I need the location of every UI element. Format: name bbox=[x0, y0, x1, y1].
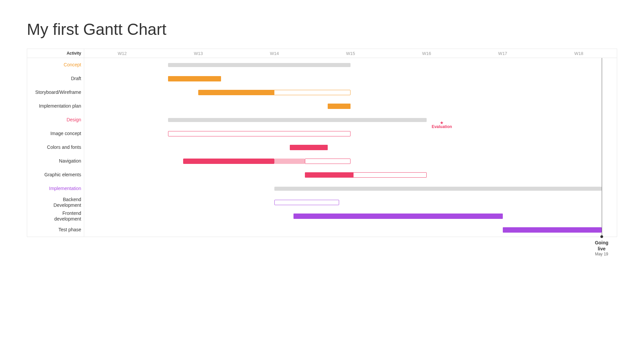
row-label-testphase: Test phase bbox=[27, 223, 84, 237]
row-label-design: Design bbox=[27, 113, 84, 127]
chart-row-frontend bbox=[84, 209, 617, 223]
chart-area: ★EvaluationGoing liveMay 19 bbox=[84, 58, 617, 237]
bar-frontend bbox=[293, 214, 503, 219]
bar-testphase bbox=[503, 227, 602, 233]
row-label-concept: Concept bbox=[27, 58, 84, 72]
bar-colorsfonts bbox=[290, 145, 328, 150]
week-tick: W18 bbox=[541, 49, 617, 58]
row-label-imgconcept: Image concept bbox=[27, 127, 84, 140]
gantt-chart: Activity W12W13W14W15W16W17W18 ConceptDr… bbox=[27, 49, 617, 237]
bar-design bbox=[168, 118, 427, 122]
chart-row-backend bbox=[84, 195, 617, 209]
bar-storyboard bbox=[198, 90, 351, 95]
row-label-impl: Implementation bbox=[27, 182, 84, 195]
row-label-colorsfonts: Colors and fonts bbox=[27, 140, 84, 154]
week-tick: W17 bbox=[465, 49, 541, 58]
gantt-body: ConceptDraftStoryboard/WireframeImplemen… bbox=[27, 58, 617, 237]
bar-concept bbox=[168, 63, 351, 67]
row-label-implplan: Implementation plan bbox=[27, 99, 84, 113]
chart-row-colorsfonts bbox=[84, 140, 617, 154]
chart-row-storyboard bbox=[84, 85, 617, 99]
chart-row-impl bbox=[84, 182, 617, 195]
activity-column-header: Activity bbox=[27, 49, 84, 58]
week-tick: W13 bbox=[160, 49, 236, 58]
chart-row-design bbox=[84, 113, 617, 127]
bar-backend bbox=[274, 200, 339, 205]
bar-draft bbox=[168, 76, 221, 81]
chart-row-navigation bbox=[84, 154, 617, 168]
week-tick: W16 bbox=[388, 49, 465, 58]
week-tick: W14 bbox=[236, 49, 313, 58]
chart-row-graphicel bbox=[84, 168, 617, 182]
row-label-navigation: Navigation bbox=[27, 154, 84, 168]
row-label-storyboard: Storyboard/Wireframe bbox=[27, 85, 84, 99]
going-live-label: Going liveMay 19 bbox=[594, 240, 609, 257]
week-tick: W15 bbox=[313, 49, 389, 58]
chart-row-concept bbox=[84, 58, 617, 72]
row-labels-column: ConceptDraftStoryboard/WireframeImplemen… bbox=[27, 58, 84, 237]
bar-graphicel bbox=[305, 172, 427, 178]
row-label-frontend: Frontenddevelopment bbox=[27, 209, 84, 223]
chart-row-draft bbox=[84, 72, 617, 85]
week-tick: W12 bbox=[84, 49, 160, 58]
gantt-header: Activity W12W13W14W15W16W17W18 bbox=[27, 49, 617, 58]
bar-navigation bbox=[183, 159, 351, 164]
chart-row-imgconcept bbox=[84, 127, 617, 140]
bar-implplan bbox=[328, 104, 351, 109]
week-axis: W12W13W14W15W16W17W18 bbox=[84, 49, 617, 58]
row-label-draft: Draft bbox=[27, 72, 84, 85]
row-label-graphicel: Graphic elements bbox=[27, 168, 84, 182]
page-title: My first Gantt Chart bbox=[27, 20, 617, 39]
bar-imgconcept bbox=[168, 131, 351, 136]
bar-impl bbox=[274, 187, 601, 191]
chart-row-implplan bbox=[84, 99, 617, 113]
chart-row-testphase bbox=[84, 223, 617, 237]
row-label-backend: BackendDevelopment bbox=[27, 195, 84, 209]
